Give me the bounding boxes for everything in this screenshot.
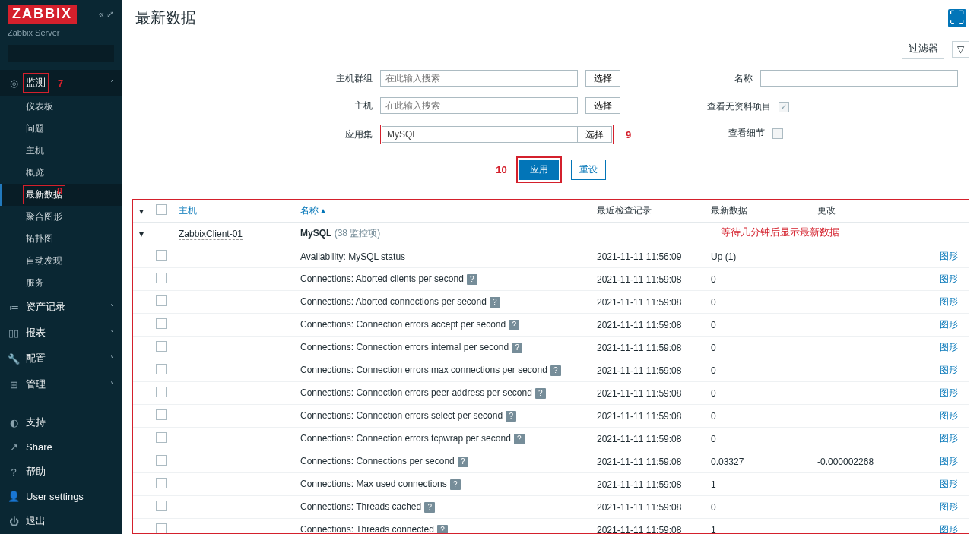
last-check: 2021-11-11 11:59:08 xyxy=(591,450,705,473)
graph-link[interactable]: 图形 xyxy=(940,365,958,375)
change-value xyxy=(811,405,910,428)
appset-select-button[interactable]: 选择 xyxy=(578,126,612,143)
graph-link[interactable]: 图形 xyxy=(940,479,958,489)
info-icon[interactable]: ? xyxy=(514,434,525,444)
sidebar-search-input[interactable] xyxy=(12,49,126,59)
row-checkbox[interactable] xyxy=(156,455,167,466)
row-checkbox[interactable] xyxy=(156,341,167,352)
row-checkbox[interactable] xyxy=(156,432,167,443)
nav-sub-item[interactable]: 概览 xyxy=(0,162,122,184)
hostgroup-input[interactable] xyxy=(380,70,578,87)
graph-link[interactable]: 图形 xyxy=(940,273,958,284)
footer-item[interactable]: ⏻退出 xyxy=(0,508,122,534)
nav-sub-item[interactable]: 拓扑图 xyxy=(0,228,122,250)
reset-button[interactable]: 重设 xyxy=(571,160,606,180)
nav-sub-item[interactable]: 服务 xyxy=(0,272,122,294)
details-checkbox[interactable] xyxy=(772,128,783,139)
nav-group-4[interactable]: ⊞管理˅ xyxy=(0,371,122,397)
row-checkbox[interactable] xyxy=(156,409,167,420)
chevron-icon: ˅ xyxy=(110,329,114,337)
last-value: 1 xyxy=(705,473,811,496)
nav-sub-item[interactable]: 主机 xyxy=(0,140,122,162)
info-icon[interactable]: ? xyxy=(535,388,546,399)
sidebar-search[interactable]: 🔍 xyxy=(8,45,114,62)
nav-group-1[interactable]: ≔资产记录˅ xyxy=(0,294,122,320)
host-input[interactable] xyxy=(380,97,578,114)
row-checkbox[interactable] xyxy=(156,523,167,534)
nav-group-0[interactable]: ◎监测7˄ xyxy=(0,70,122,96)
info-icon[interactable]: ? xyxy=(437,525,448,534)
footer-item[interactable]: ?帮助 xyxy=(0,459,122,485)
graph-link[interactable]: 图形 xyxy=(940,524,958,534)
row-checkbox[interactable] xyxy=(156,273,167,283)
row-checkbox[interactable] xyxy=(156,387,167,397)
graph-link[interactable]: 图形 xyxy=(940,342,958,352)
graph-link[interactable]: 图形 xyxy=(940,296,958,307)
change-value: -0.000002268 xyxy=(811,450,910,473)
table-row: Connections: Connections per second? 202… xyxy=(133,450,969,473)
row-checkbox[interactable] xyxy=(156,318,167,329)
info-icon[interactable]: ? xyxy=(450,479,461,490)
graph-link[interactable]: 图形 xyxy=(940,251,958,261)
nav-sub-item[interactable]: 问题 xyxy=(0,118,122,140)
last-check: 2021-11-11 11:56:09 xyxy=(591,245,705,268)
expand-toggle[interactable]: ▾ xyxy=(133,223,150,245)
nav-sub-item[interactable]: 聚合图形 xyxy=(0,206,122,228)
last-check: 2021-11-11 11:59:08 xyxy=(591,519,705,535)
row-checkbox[interactable] xyxy=(156,364,167,374)
change-value xyxy=(811,382,910,405)
filter-icon[interactable]: ▽ xyxy=(952,41,969,58)
row-checkbox[interactable] xyxy=(156,250,167,261)
last-value: 0 xyxy=(705,268,811,291)
col-name[interactable]: 名称 ▴ xyxy=(300,205,325,216)
info-icon[interactable]: ? xyxy=(458,457,468,467)
graph-link[interactable]: 图形 xyxy=(940,410,958,421)
info-icon[interactable]: ? xyxy=(467,274,477,285)
col-host[interactable]: 主机 xyxy=(179,205,197,216)
host-select-button[interactable]: 选择 xyxy=(585,97,620,114)
nav-sub-item[interactable]: 最新数据8 xyxy=(0,184,122,206)
graph-link[interactable]: 图形 xyxy=(940,319,958,330)
graph-link[interactable]: 图形 xyxy=(940,501,958,512)
graph-link[interactable]: 图形 xyxy=(940,387,958,398)
change-value xyxy=(811,473,910,496)
item-count: (38 监控项) xyxy=(335,228,381,239)
name-input[interactable] xyxy=(760,70,958,87)
nav-group-2[interactable]: ▯▯报表˅ xyxy=(0,320,122,346)
change-value xyxy=(811,496,910,519)
apply-button[interactable]: 应用 xyxy=(519,160,559,180)
footer-item[interactable]: ◐支持 xyxy=(0,409,122,435)
row-checkbox[interactable] xyxy=(156,501,167,511)
fullscreen-icon[interactable]: ⛶ xyxy=(948,9,966,27)
info-icon[interactable]: ? xyxy=(424,502,435,513)
sidebar-collapse-icons[interactable]: « ⤢ xyxy=(99,9,114,20)
nodata-checkbox[interactable] xyxy=(779,102,789,112)
item-name: Connections: Connection errors select pe… xyxy=(294,405,591,428)
hostgroup-select-button[interactable]: 选择 xyxy=(585,70,620,87)
row-checkbox[interactable] xyxy=(156,295,167,306)
nav-group-3[interactable]: 🔧配置˅ xyxy=(0,346,122,371)
expand-header[interactable]: ▾ xyxy=(133,200,150,223)
data-table-wrapper: ▾ 主机 名称 ▴ 最近检查记录 最新数据 更改 ▾ ZabbixClient-… xyxy=(132,199,969,534)
graph-link[interactable]: 图形 xyxy=(940,456,958,466)
info-icon[interactable]: ? xyxy=(506,411,516,422)
appset-input[interactable] xyxy=(382,126,578,143)
nav-sub-item[interactable]: 仪表板 xyxy=(0,96,122,118)
nav-sub-item[interactable]: 自动发现 xyxy=(0,250,122,272)
footer-icon: ◐ xyxy=(8,417,20,428)
info-icon[interactable]: ? xyxy=(490,297,500,308)
info-icon[interactable]: ? xyxy=(512,343,522,353)
footer-item[interactable]: 👤User settings xyxy=(0,485,122,508)
red-note: 等待几分钟后显示最新数据 xyxy=(721,226,839,239)
select-all-checkbox[interactable] xyxy=(156,204,167,215)
graph-link[interactable]: 图形 xyxy=(940,433,958,444)
info-icon[interactable]: ? xyxy=(509,320,519,330)
info-icon[interactable]: ? xyxy=(550,365,561,376)
row-checkbox[interactable] xyxy=(156,478,167,488)
table-row: Connections: Aborted clients per second?… xyxy=(133,268,969,291)
logo-row: ZABBIX « ⤢ xyxy=(0,0,122,28)
footer-item[interactable]: ↗Share xyxy=(0,435,122,459)
host-link[interactable]: ZabbixClient-01 xyxy=(179,229,243,240)
table-row: Connections: Threads connected? 2021-11-… xyxy=(133,519,969,535)
filter-toggle[interactable]: 过滤器 xyxy=(902,39,944,59)
